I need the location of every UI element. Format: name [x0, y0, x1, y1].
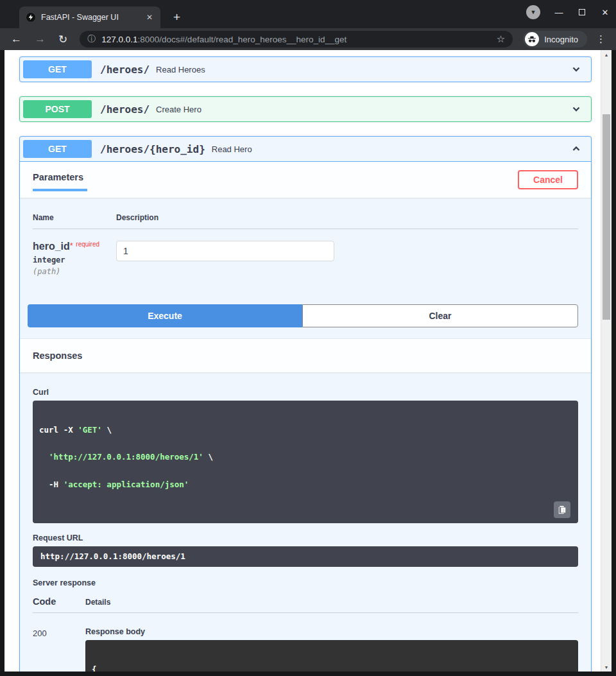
copy-to-clipboard-icon[interactable]	[554, 501, 570, 518]
scrollbar-thumb[interactable]	[603, 114, 610, 320]
site-info-icon[interactable]: ⓘ	[87, 33, 96, 45]
opblock-post-heroes: POST /heroes/ Create Hero	[19, 96, 592, 122]
execute-wrapper: Execute Clear	[20, 294, 591, 339]
curl-text: \	[102, 425, 112, 435]
chevron-down-icon[interactable]	[565, 63, 588, 76]
curl-command-block: curl -X 'GET' \ 'http://127.0.0.1:8000/h…	[33, 401, 578, 523]
op-summary-text: Read Heroes	[156, 65, 205, 74]
name-column-header: Name	[33, 213, 116, 222]
curl-line: 'http://127.0.0.1:8000/heroes/1' \	[39, 453, 572, 462]
menu-kebab-icon[interactable]: ⋮	[592, 33, 610, 45]
window-controls: ▼ — ✕	[526, 5, 610, 19]
parameter-location: (path)	[33, 267, 116, 276]
json-brace: {	[92, 664, 97, 672]
cancel-button[interactable]: Cancel	[518, 170, 578, 189]
url-path: :8000/docs#/default/read_hero_heroes__he…	[138, 35, 347, 44]
bookmark-star-icon[interactable]: ☆	[497, 33, 505, 45]
execute-button[interactable]: Execute	[28, 304, 302, 327]
titlebar: FastAPI - Swagger UI ✕ + ▼ — ✕	[0, 0, 616, 28]
required-label: required	[76, 241, 99, 248]
swagger-page: GET /heroes/ Read Heroes POST /heroes/ C…	[4, 50, 612, 672]
parameter-description-cell	[116, 241, 334, 276]
required-asterisk: *	[70, 241, 73, 250]
address-bar[interactable]: ⓘ 127.0.0.1:8000/docs#/default/read_hero…	[80, 31, 513, 48]
new-tab-button[interactable]: +	[169, 10, 184, 24]
hero-id-input[interactable]	[116, 241, 334, 261]
curl-string: 'GET'	[78, 425, 102, 435]
fastapi-favicon	[26, 12, 36, 22]
close-button[interactable]: ✕	[601, 8, 610, 17]
parameter-type: integer	[33, 256, 116, 264]
incognito-label: Incognito	[544, 35, 578, 44]
opblock-get-heroes: GET /heroes/ Read Heroes	[19, 56, 592, 82]
swagger-content: GET /heroes/ Read Heroes POST /heroes/ C…	[4, 50, 601, 672]
minimize-button[interactable]: —	[554, 8, 563, 17]
tab-parameters[interactable]: Parameters	[33, 168, 87, 191]
browser-toolbar: ← → ↻ ⓘ 127.0.0.1:8000/docs#/default/rea…	[0, 28, 616, 50]
opblock-summary[interactable]: GET /heroes/ Read Heroes	[20, 57, 591, 82]
browser-tab[interactable]: FastAPI - Swagger UI ✕	[19, 6, 160, 28]
scroll-down-icon[interactable]: ▼	[601, 663, 612, 672]
back-icon[interactable]: ←	[6, 33, 26, 46]
forward-icon[interactable]: →	[30, 33, 50, 46]
responses-header: Responses	[20, 339, 591, 372]
chevron-up-icon[interactable]	[565, 143, 588, 155]
responses-title: Responses	[33, 351, 82, 361]
request-url-block: http://127.0.0.1:8000/heroes/1	[33, 546, 578, 567]
url-host: 127.0.0.1	[101, 35, 137, 44]
op-path: /heroes/{hero_id}	[92, 143, 212, 155]
reload-icon[interactable]: ↻	[54, 33, 72, 46]
incognito-icon	[525, 32, 539, 46]
server-response-label: Server response	[33, 578, 578, 587]
opblock-summary[interactable]: POST /heroes/ Create Hero	[20, 97, 591, 121]
clear-button[interactable]: Clear	[302, 304, 578, 327]
tab-media-icon[interactable]: ▼	[526, 5, 540, 19]
method-badge: GET	[23, 140, 92, 158]
response-body-label: Response body	[85, 627, 578, 636]
op-summary-text: Create Hero	[156, 105, 201, 114]
parameter-row: hero_id* required integer (path)	[33, 229, 578, 276]
parameters-header: Parameters Cancel	[20, 162, 591, 198]
description-column-header: Description	[116, 213, 158, 222]
parameters-table-header: Name Description	[33, 213, 578, 229]
tab-close-icon[interactable]: ✕	[144, 12, 155, 23]
maximize-button[interactable]	[578, 8, 586, 17]
parameters-section: Name Description hero_id* required integ…	[20, 198, 591, 294]
page-scrollbar[interactable]: ▲ ▼	[601, 50, 612, 672]
curl-text: curl -X	[39, 425, 78, 435]
status-code: 200	[33, 627, 85, 672]
method-badge: POST	[23, 100, 92, 118]
parameter-name: hero_id	[33, 241, 70, 252]
chevron-down-icon[interactable]	[565, 103, 588, 116]
code-column-header: Code	[33, 596, 85, 607]
details-column-header: Details	[85, 598, 110, 607]
curl-string: 'http://127.0.0.1:8000/heroes/1'	[49, 452, 203, 462]
response-table-header: Code Details	[33, 596, 578, 613]
tab-title: FastAPI - Swagger UI	[41, 13, 139, 22]
responses-section: Curl curl -X 'GET' \ 'http://127.0.0.1:8…	[20, 372, 591, 672]
curl-line: curl -X 'GET' \	[39, 426, 572, 435]
opblock-summary[interactable]: GET /heroes/{hero_id} Read Hero	[20, 137, 591, 162]
curl-string: 'accept: application/json'	[64, 480, 189, 489]
opblock-get-hero-by-id: GET /heroes/{hero_id} Read Hero Paramete…	[19, 136, 592, 672]
curl-text: -H	[39, 480, 64, 489]
method-badge: GET	[23, 60, 92, 78]
curl-text: \	[203, 452, 213, 462]
curl-line: -H 'accept: application/json'	[39, 480, 572, 489]
op-path: /heroes/	[92, 64, 156, 76]
curl-text	[39, 452, 49, 462]
scroll-up-icon[interactable]: ▲	[601, 50, 612, 59]
response-details-cell: Response body { "name": "Deadpond", "sec…	[85, 627, 578, 672]
json-line: {	[92, 665, 572, 672]
parameter-name-cell: hero_id* required integer (path)	[33, 241, 116, 276]
op-path: /heroes/	[92, 103, 156, 116]
url-text: 127.0.0.1:8000/docs#/default/read_hero_h…	[101, 35, 491, 44]
op-summary-text: Read Hero	[212, 144, 252, 154]
request-url-label: Request URL	[33, 533, 578, 542]
response-row: 200 Response body { "name": "Deadpond", …	[33, 613, 578, 672]
response-body-block: { "name": "Deadpond", "secret_name": "Di…	[85, 640, 578, 672]
curl-label: Curl	[33, 388, 578, 397]
browser-window: FastAPI - Swagger UI ✕ + ▼ — ✕ ← → ↻ ⓘ 1…	[0, 0, 616, 676]
incognito-badge: Incognito	[523, 31, 587, 48]
